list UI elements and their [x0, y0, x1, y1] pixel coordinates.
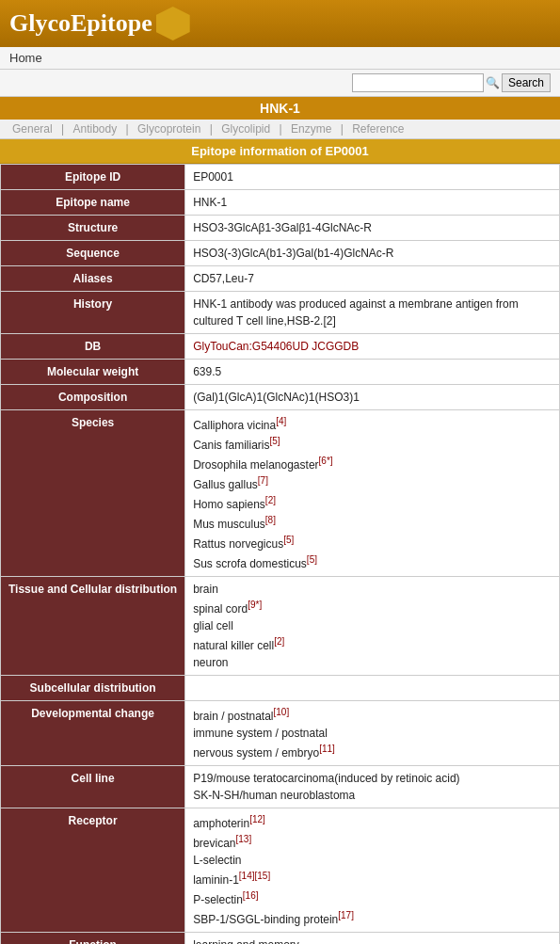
sub-nav-item-glycolipid[interactable]: Glycolipid [221, 122, 270, 136]
search-button[interactable]: Search [502, 73, 551, 92]
table-row: Functionlearning and memoryneural crest … [1, 933, 560, 945]
db-link[interactable]: JCGGDB [312, 340, 359, 353]
db-link[interactable]: GlyTouCan:G54406UD [193, 340, 309, 353]
multiline-item: glial cell [193, 619, 233, 632]
ref-link[interactable]: [17] [338, 913, 354, 926]
multiline-item: Canis familiaris[5] [193, 439, 280, 452]
multiline-item: brain / postnatal[10] [193, 710, 289, 723]
row-value: amphoterin[12]brevican[13]L-selectinlami… [185, 808, 560, 933]
multiline-item: Homo sapiens[2] [193, 498, 276, 511]
ref-link[interactable]: [4] [276, 419, 286, 432]
table-row: AliasesCD57,Leu-7 [1, 266, 560, 292]
row-value: learning and memoryneural crest cell mig… [185, 933, 560, 945]
sub-nav-item-general[interactable]: General [12, 122, 53, 136]
row-value [185, 676, 560, 701]
row-label: Species [1, 410, 185, 577]
multiline-item: Mus musculus[8] [193, 518, 276, 531]
row-label: Subcellular distribution [1, 676, 185, 701]
table-row: SequenceHSO3(-3)GlcA(b1-3)Gal(b1-4)GlcNA… [1, 241, 560, 266]
ref-link[interactable]: [5] [283, 537, 294, 551]
multiline-item: SBP-1/SGGL-binding protein[17] [193, 913, 354, 926]
multiline-item: Calliphora vicina[4] [193, 419, 286, 432]
row-value: HNK-1 antibody was produced against a me… [185, 292, 560, 334]
multiline-item: nervous system / embryo[11] [193, 746, 335, 760]
row-label: Sequence [1, 241, 185, 266]
ref-link[interactable]: [8] [265, 518, 276, 531]
ref-link[interactable]: [5] [270, 439, 280, 452]
ref-link[interactable]: [10] [274, 710, 290, 723]
row-label: DB [1, 334, 185, 360]
table-row: SpeciesCalliphora vicina[4]Canis familia… [1, 410, 560, 577]
ref-link[interactable]: [7] [258, 478, 268, 491]
multiline-item: Drosophila melanogaster[6*] [193, 458, 332, 472]
ref-link[interactable]: [13] [236, 837, 252, 850]
row-label: Epitope ID [1, 165, 185, 190]
row-label: Tissue and Cellular distribution [1, 577, 185, 676]
table-row: Epitope nameHNK-1 [1, 190, 560, 216]
row-value: Calliphora vicina[4]Canis familiaris[5]D… [185, 410, 560, 577]
table-row: Epitope IDEP0001 [1, 165, 560, 190]
sub-nav-item-glycoprotein[interactable]: Glycoprotein [137, 122, 200, 136]
ref-link[interactable]: [11] [319, 746, 335, 760]
home-nav: Home [0, 47, 560, 70]
multiline-item: spinal cord[9*] [193, 602, 262, 616]
honeycomb-icon [156, 7, 190, 40]
search-bar: 🔍 Search [0, 70, 560, 97]
row-label: Molecular weight [1, 360, 185, 385]
row-value: (Gal)1(GlcA)1(GlcNAc)1(HSO3)1 [185, 385, 560, 410]
multiline-item: P19/mouse teratocarcinoma(induced by ret… [193, 772, 459, 785]
row-label: History [1, 292, 185, 334]
page-title: HNK-1 [0, 97, 560, 120]
multiline-item: Sus scrofa domesticus[5] [193, 557, 317, 570]
row-label: Receptor [1, 808, 185, 933]
table-row: Cell lineP19/mouse teratocarcinoma(induc… [1, 766, 560, 808]
sub-nav-item-antibody[interactable]: Antibody [73, 122, 118, 136]
ref-link[interactable]: [14] [239, 873, 255, 887]
ref-link[interactable]: [6*] [319, 458, 333, 472]
logo: GlycoEpitope [9, 9, 152, 38]
ref-link[interactable]: [16] [243, 893, 259, 906]
multiline-item: P-selectin[16] [193, 893, 258, 906]
sub-nav-item-enzyme[interactable]: Enzyme [291, 122, 331, 136]
row-value: HNK-1 [185, 190, 560, 216]
header: GlycoEpitope [0, 0, 560, 47]
sub-nav-item-reference[interactable]: Reference [352, 122, 404, 136]
home-link[interactable]: Home [9, 51, 42, 65]
epitope-info-table: Epitope IDEP0001Epitope nameHNK-1Structu… [0, 164, 560, 944]
row-value: brainspinal cord[9*]glial cellnatural ki… [185, 577, 560, 676]
table-row: Receptoramphoterin[12]brevican[13]L-sele… [1, 808, 560, 933]
ref-link[interactable]: [2] [274, 639, 284, 652]
ref-link[interactable]: [9*] [248, 602, 262, 616]
multiline-item: learning and memory [193, 938, 299, 944]
row-label: Composition [1, 385, 185, 410]
row-value: P19/mouse teratocarcinoma(induced by ret… [185, 766, 560, 808]
row-value: EP0001 [185, 165, 560, 190]
logo-epitope: Epitope [71, 9, 152, 37]
table-row: Composition(Gal)1(GlcA)1(GlcNAc)1(HSO3)1 [1, 385, 560, 410]
row-label: Function [1, 933, 185, 945]
ref-link[interactable]: [15] [255, 873, 271, 887]
table-row: DBGlyTouCan:G54406UD JCGGDB [1, 334, 560, 360]
sub-nav: General | Antibody | Glycoprotein | Glyc… [0, 120, 560, 139]
search-input[interactable] [352, 73, 484, 92]
multiline-item: L-selectin [193, 854, 241, 867]
multiline-item: natural killer cell[2] [193, 639, 284, 652]
search-icon[interactable]: 🔍 [486, 76, 500, 89]
multiline-item: Gallus gallus[7] [193, 478, 268, 491]
multiline-item: laminin-1[14][15] [193, 873, 270, 887]
table-row: Tissue and Cellular distributionbrainspi… [1, 577, 560, 676]
row-value: HSO3-3GlcAβ1-3Galβ1-4GlcNAc-R [185, 216, 560, 241]
row-value: HSO3(-3)GlcA(b1-3)Gal(b1-4)GlcNAc-R [185, 241, 560, 266]
row-label: Developmental change [1, 701, 185, 766]
row-value: brain / postnatal[10]immune system / pos… [185, 701, 560, 766]
row-value: 639.5 [185, 360, 560, 385]
table-row: Subcellular distribution [1, 676, 560, 701]
multiline-item: amphoterin[12] [193, 817, 265, 830]
multiline-item: brevican[13] [193, 837, 251, 850]
multiline-item: neuron [193, 656, 228, 669]
multiline-item: immune system / postnatal [193, 727, 328, 740]
ref-link[interactable]: [5] [307, 557, 317, 570]
ref-link[interactable]: [2] [265, 498, 276, 511]
table-row: Developmental changebrain / postnatal[10… [1, 701, 560, 766]
ref-link[interactable]: [12] [249, 817, 265, 830]
